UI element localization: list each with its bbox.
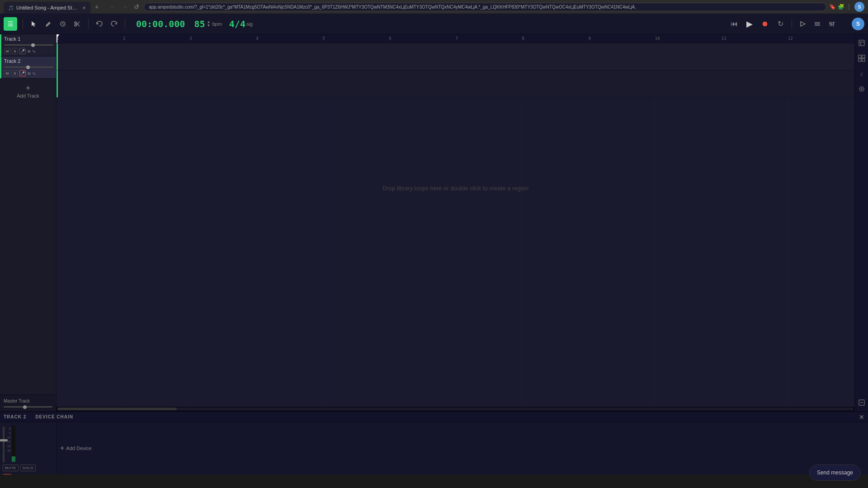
browser-extensions: 🔖 🧩 ⋮ [829, 4, 852, 10]
right-panel-btn-2[interactable] [857, 53, 867, 63]
master-track-volume-slider[interactable] [4, 406, 52, 408]
master-track-section: Master Track [0, 394, 56, 411]
send-message-button[interactable]: Send message [809, 465, 861, 481]
browser-tab[interactable]: 🎵 Untitled Song - Amped Studio ✕ [4, 2, 90, 14]
pencil-tool-button[interactable] [43, 19, 54, 29]
skip-to-start-button[interactable]: ⏮ [728, 18, 740, 30]
address-bar[interactable]: app.ampedstudio.com/?_gl=1*zkt20c*_ga*MT… [144, 3, 826, 11]
browser-reload-button[interactable]: ↺ [132, 3, 141, 10]
add-track-label: Add Track [17, 93, 39, 99]
bpm-down-arrow[interactable]: ▼ [207, 24, 210, 28]
track-2-mute-button[interactable]: M [4, 70, 10, 76]
svg-rect-26 [862, 59, 865, 61]
track-mixer-strip: 8 8 15 20 25 30 MUTE [0, 422, 57, 474]
track-2-name: Track 2 [4, 58, 53, 64]
track-1-record-button[interactable]: 🎤 [19, 48, 26, 54]
track-list: Track 1 M S 🎤 ≋ ∿ Track 2 [0, 34, 57, 411]
new-tab-button[interactable]: + [92, 3, 101, 10]
ruler-mark-3: 3 [189, 36, 192, 41]
right-panel-btn-1[interactable] [857, 38, 867, 48]
track-1-volume-slider[interactable] [4, 44, 53, 46]
tab-close-icon[interactable]: ✕ [82, 5, 86, 10]
svg-rect-20 [859, 40, 864, 46]
ruler-mark-10: 10 [655, 36, 660, 41]
mixer-button[interactable] [826, 19, 837, 29]
scissors-tool-button[interactable] [72, 19, 83, 29]
loop-button[interactable]: ↻ [774, 18, 786, 30]
bottom-solo-button[interactable]: SOLO [20, 465, 36, 471]
clock-tool-button[interactable] [57, 19, 68, 29]
svg-marker-0 [32, 21, 36, 27]
add-device-button[interactable]: + Add Device [60, 444, 92, 452]
drop-hint: Drop library loops here or double click … [382, 185, 528, 192]
track-1-solo-button[interactable]: S [12, 48, 18, 54]
horizontal-scrollbar[interactable] [57, 407, 854, 411]
tab-favicon: 🎵 [8, 5, 14, 10]
ruler-mark-2: 2 [123, 36, 125, 41]
redo-button[interactable] [108, 19, 119, 29]
time-display: 00:00.000 [136, 19, 185, 29]
tracks-area[interactable]: Drop library loops here or double click … [57, 43, 854, 407]
ruler-mark-12: 12 [788, 36, 793, 41]
track-2-volume-slider[interactable] [4, 66, 53, 68]
undo-button[interactable] [94, 19, 105, 29]
ruler-mark-8: 8 [522, 36, 524, 41]
track-1-mute-button[interactable]: M [4, 48, 10, 54]
device-chain-label: DEVICE CHAIN [35, 414, 73, 419]
track-2-eq-button[interactable]: ≋ [27, 71, 31, 76]
track-2-record-button[interactable]: 🎤 [19, 70, 26, 76]
right-panel-btn-3[interactable]: ♪ [857, 69, 867, 79]
ruler-mark-5: 5 [322, 36, 325, 41]
profile-button[interactable]: S [854, 2, 864, 12]
menu-button[interactable]: ☰ [4, 17, 17, 31]
fader-thumb[interactable] [0, 439, 8, 441]
browser-back-button[interactable]: ← [108, 3, 118, 10]
timeline-ruler[interactable]: 1 2 3 4 5 6 7 8 9 10 11 12 [57, 34, 854, 43]
svg-rect-23 [859, 55, 861, 58]
playhead-triangle [57, 34, 59, 38]
h-scroll-thumb[interactable] [57, 408, 177, 410]
ruler-mark-11: 11 [722, 36, 726, 41]
quantize-button[interactable] [812, 19, 823, 29]
svg-point-2 [75, 22, 76, 23]
fader-track[interactable] [3, 427, 5, 463]
track-2-automation-button[interactable]: ∿ [32, 71, 36, 76]
add-track-button[interactable]: + Add Track [0, 79, 56, 104]
playhead[interactable] [57, 34, 57, 43]
track-1-eq-button[interactable]: ≋ [27, 49, 31, 54]
arrange-view: 1 2 3 4 5 6 7 8 9 10 11 12 [57, 34, 854, 411]
right-panel-btn-4[interactable] [857, 84, 867, 94]
track-1-automation-button[interactable]: ∿ [32, 49, 36, 54]
follow-button[interactable] [797, 19, 808, 29]
track-1-name: Track 1 [4, 36, 53, 42]
time-sig-display[interactable]: 4/4 sig [229, 19, 253, 29]
tab-title: Untitled Song - Amped Studio [16, 5, 80, 10]
bottom-panel-close-button[interactable]: ✕ [859, 413, 864, 421]
track-1-header[interactable]: Track 1 M S 🎤 ≋ ∿ [0, 34, 56, 56]
device-chain-area[interactable]: + Add Device [57, 422, 868, 474]
bottom-panel-header: TRACK 2 DEVICE CHAIN ✕ [0, 412, 868, 422]
bottom-record-button[interactable]: 🎤 [3, 474, 12, 474]
track-2-lane[interactable] [57, 70, 854, 98]
empty-arrange-area[interactable]: Drop library loops here or double click … [57, 98, 854, 278]
record-button[interactable]: ⏺ [759, 18, 771, 30]
svg-rect-24 [862, 55, 865, 58]
track-1-lane[interactable] [57, 43, 854, 70]
browser-forward-button[interactable]: → [120, 3, 129, 10]
play-button[interactable]: ▶ [744, 18, 755, 30]
user-avatar[interactable]: S [852, 18, 864, 30]
ruler-mark-6: 6 [389, 36, 391, 41]
right-panel-btn-5[interactable] [857, 398, 867, 408]
svg-marker-6 [801, 22, 805, 26]
track-2-solo-button[interactable]: S [12, 70, 18, 76]
bottom-mute-button[interactable]: MUTE [3, 465, 19, 471]
add-track-icon: + [26, 84, 31, 92]
track-2-header[interactable]: Track 2 M S 🎤 ≋ ∿ [0, 56, 56, 79]
ruler-mark-4: 4 [256, 36, 258, 41]
cursor-tool-button[interactable] [28, 19, 39, 29]
bpm-label: bpm [212, 21, 222, 27]
svg-point-3 [75, 24, 76, 26]
master-track-label: Master Track [4, 399, 52, 404]
ruler-mark-9: 9 [589, 36, 591, 41]
bpm-display[interactable]: 85 ▲ ▼ bpm [194, 19, 222, 29]
